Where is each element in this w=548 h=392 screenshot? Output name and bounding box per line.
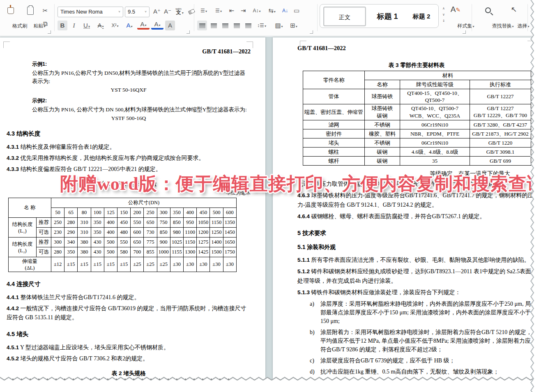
table-cell[interactable]: ±30 bbox=[210, 257, 223, 272]
table-cell[interactable]: 730 bbox=[144, 228, 157, 238]
table-cell[interactable]: 340 bbox=[64, 238, 78, 247]
table-cell[interactable]: ±30 bbox=[184, 257, 197, 272]
paragraph[interactable]: 等级确定。在某一温度下的最大 bbox=[430, 169, 536, 178]
table-cell[interactable]: 500 bbox=[104, 238, 117, 247]
paragraph[interactable]: b)涂层附着力：采用环氧树脂粉末静电喷涂时，涂层附着力应符合GB/T 5210 … bbox=[297, 328, 536, 354]
font-color-button[interactable]: A▾ bbox=[151, 21, 163, 30]
table-cell[interactable]: 50 bbox=[51, 208, 64, 218]
table-cell[interactable]: 400 bbox=[104, 218, 117, 228]
table-cell[interactable]: 500 bbox=[104, 247, 117, 257]
table-cell[interactable]: 650 bbox=[144, 218, 157, 228]
paragraph[interactable]: 表 2 堵头规格 bbox=[7, 370, 251, 377]
table-cell[interactable]: GB/T 3098.1 bbox=[470, 148, 531, 157]
table-cell[interactable]: 290 bbox=[64, 228, 78, 238]
table-cell[interactable]: 1450 bbox=[223, 228, 236, 238]
paragraph[interactable]: YST 50-16QXF bbox=[7, 87, 251, 93]
table-cell[interactable]: 1150 bbox=[210, 218, 223, 228]
table-cell[interactable]: 1025 bbox=[170, 238, 183, 247]
table-cell[interactable]: 结构长度 (L₁) bbox=[9, 218, 37, 238]
paragraph[interactable]: 单位为毫米 bbox=[7, 189, 251, 196]
distribute-button[interactable] bbox=[243, 21, 253, 30]
table-cell[interactable]: 500 bbox=[210, 208, 223, 218]
table-cell[interactable]: 550 bbox=[131, 218, 144, 228]
paragraph[interactable]: 5.1 涂装和外观 bbox=[297, 244, 536, 251]
font-name-combo[interactable]: Times New Roma˅ bbox=[58, 7, 123, 17]
paragraph[interactable]: c)涂层硬度应符合GB/T 6739的规定，应不低于 HB 级； bbox=[297, 356, 536, 365]
table-cell[interactable]: ±25 bbox=[144, 257, 157, 272]
paragraph[interactable]: 4.4.2 一般情况下，沟槽连接尺寸应符合 GB/T36019 的规定，当用于消… bbox=[7, 304, 251, 322]
table-cell[interactable]: 300 bbox=[51, 238, 64, 247]
table-cell[interactable]: 450 bbox=[117, 218, 131, 228]
paragraph[interactable]: YSTF 500-16Q bbox=[7, 115, 251, 122]
table-cell[interactable]: ±12 bbox=[51, 257, 64, 272]
table-cell[interactable]: 名 称 bbox=[9, 198, 51, 218]
borders-button[interactable]: ⊞▾ bbox=[288, 21, 300, 30]
table-cell[interactable]: 380 bbox=[78, 247, 91, 257]
table-cell[interactable]: 450 bbox=[197, 208, 210, 218]
paragraph[interactable]: 5.1.1 所有零件表面应清洁光滑，不应有裂纹、砂眼、毛刺、黏附物及其他影响使用… bbox=[297, 255, 536, 265]
find-replace-button[interactable]: 查找替换▾ bbox=[473, 2, 503, 33]
style-normal[interactable]: 正文 bbox=[323, 7, 366, 26]
table-cell[interactable]: 480 bbox=[117, 228, 131, 238]
table-cell[interactable]: 伸缩量 (ΔL) bbox=[9, 257, 51, 272]
table-cell[interactable]: ±15 bbox=[104, 257, 117, 272]
table-cell[interactable]: 球墨铸铁 bbox=[365, 89, 400, 104]
style-heading1[interactable]: 标题 1 bbox=[370, 7, 405, 26]
table-cell[interactable]: 950 bbox=[184, 218, 197, 228]
table-cell[interactable]: 350 bbox=[91, 218, 104, 228]
paragraph[interactable]: 4.5.1 Y 型过滤器端盖上应设堵头，堵头应采用实心不锈钢材质。 bbox=[7, 343, 251, 352]
page-right[interactable]: GB/T 41681—2022 表 3 零部件主要材料表 零件名称材料名称牌号或… bbox=[273, 37, 546, 392]
table-cell[interactable]: 250 bbox=[51, 218, 64, 228]
paragraph[interactable]: 4.4 连接尺寸 bbox=[7, 280, 251, 288]
table-cell[interactable]: 65 bbox=[64, 208, 78, 218]
table-cell[interactable]: 堵头 bbox=[303, 138, 365, 148]
table-cell[interactable]: 100 bbox=[91, 208, 104, 218]
table-cell[interactable]: 牌号或性能等级 bbox=[400, 80, 470, 89]
table-cell[interactable]: 125 bbox=[104, 208, 117, 218]
paragraph[interactable]: 4.3.2 优先采用推荐结构长度，其他结构长度应与客户协商规定或按合同要求。 bbox=[7, 154, 251, 163]
copy-button[interactable]: ⧉ bbox=[40, 19, 50, 29]
table-cell[interactable]: 橡胶、塑料 bbox=[365, 129, 400, 138]
table-cell[interactable]: GB/T 12227 GB/T 12229、GB/T 700 bbox=[470, 104, 531, 120]
char-shading-button[interactable]: A bbox=[165, 21, 175, 30]
table-cell[interactable]: 1050 bbox=[197, 218, 210, 228]
clipboard-dialog-launcher[interactable] bbox=[48, 30, 51, 34]
paragraph[interactable]: 4.6.3 球墨铸铁材料的压力-温度等级应符合GB/T17241.6、GB/T1… bbox=[297, 191, 536, 210]
table-cell[interactable]: 名称 bbox=[365, 80, 400, 89]
table-cell[interactable]: 430 bbox=[91, 238, 104, 247]
table-cell[interactable]: GB/T 699 bbox=[470, 157, 531, 166]
align-center-button[interactable] bbox=[209, 21, 219, 30]
swap-case-button[interactable]: ⇆▾ bbox=[265, 6, 279, 16]
justify-button[interactable] bbox=[232, 21, 242, 30]
decrease-indent-button[interactable]: ⇤ bbox=[227, 6, 237, 16]
table-cell[interactable]: 80 bbox=[78, 208, 91, 218]
table-cell[interactable]: 700 bbox=[131, 247, 144, 257]
table-cell[interactable]: 350 bbox=[91, 228, 104, 238]
style-heading2[interactable]: 标题 2 bbox=[406, 7, 437, 26]
table-cell[interactable]: 碳钢 bbox=[365, 157, 400, 166]
table-cell[interactable]: 900 bbox=[157, 238, 170, 247]
underline-button[interactable]: U▾ bbox=[81, 21, 93, 30]
table-cell[interactable]: 1150 bbox=[184, 238, 197, 247]
table-cell[interactable]: 310 bbox=[78, 228, 91, 238]
table-cell[interactable]: 230 bbox=[51, 228, 64, 238]
superscript-button[interactable]: X²▾ bbox=[108, 21, 122, 30]
table-cell[interactable]: 密封件 bbox=[303, 129, 365, 138]
table-cell[interactable]: 1000 bbox=[157, 247, 170, 257]
paragraph[interactable]: 表 1 结构长度及伸缩量 bbox=[7, 180, 251, 188]
shrink-font-button[interactable]: A⁻ bbox=[163, 7, 173, 16]
text-direction-button[interactable]: A↓ bbox=[280, 6, 290, 16]
paragraph[interactable]: 示例1: bbox=[32, 61, 251, 68]
table-cell[interactable]: ±25 bbox=[131, 257, 144, 272]
paragraph[interactable]: 4.4.1 整体铸铁法兰尺寸应符合GB/T17241.6 的规定。 bbox=[7, 293, 251, 302]
paragraph[interactable]: 4.3 结构长度 bbox=[7, 130, 251, 138]
table-cell[interactable]: 1425 bbox=[197, 247, 210, 257]
paragraph[interactable]: 允许工作压力取管体、端盖等材料在该温度下最大允许工作压力值中的较小值。 bbox=[297, 179, 536, 189]
table-cell[interactable]: 855 bbox=[144, 247, 157, 257]
paste-button[interactable]: 粘贴▾ bbox=[21, 2, 39, 33]
table-cell[interactable]: 推荐 bbox=[37, 218, 51, 228]
paragraph[interactable]: 4.3.1 结构长度及伸缩量应符合表1的规定。 bbox=[7, 143, 251, 152]
cut-button[interactable]: ✂ bbox=[40, 6, 50, 16]
table-cell[interactable]: 400 bbox=[104, 228, 117, 238]
table-cell[interactable]: QT400-15、QT450-10、 QT500-7 bbox=[400, 89, 470, 104]
